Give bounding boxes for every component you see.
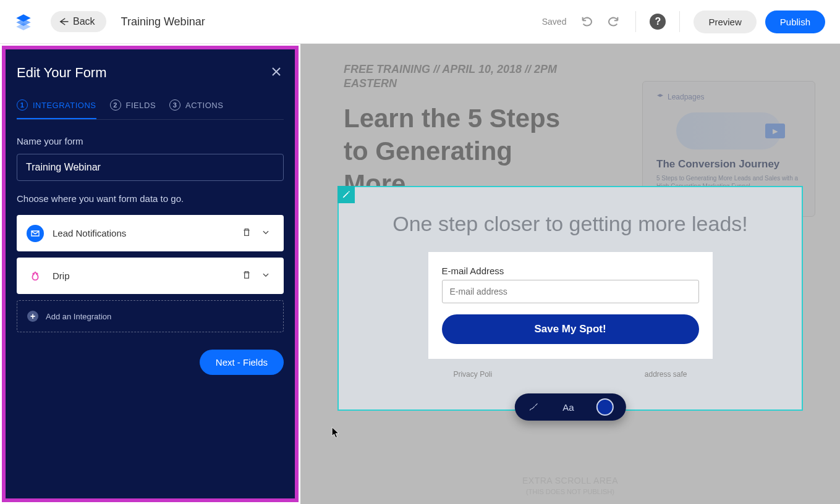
integration-card-lead-notifications[interactable]: Lead Notifications [17, 215, 284, 251]
question-icon: ? [655, 16, 661, 27]
style-brush-button[interactable] [528, 401, 539, 413]
integration-name: Lead Notifications [53, 228, 235, 238]
next-fields-button[interactable]: Next - Fields [200, 350, 284, 375]
extra-scroll-indicator: EXTRA SCROLL AREA (THIS DOES NOT PUBLISH… [300, 476, 840, 495]
tab-label: INTEGRATIONS [33, 101, 96, 110]
tab-number: 3 [169, 99, 180, 111]
choose-destination-label: Choose where you want form data to go. [17, 193, 284, 204]
form-headline: One step closer to getting more leads! [376, 212, 765, 236]
help-button[interactable]: ? [650, 14, 666, 30]
redo-button[interactable] [605, 13, 622, 30]
text-icon: Aa [562, 402, 574, 413]
add-integration-label: Add an Integration [46, 312, 111, 321]
edit-section-handle[interactable] [337, 186, 355, 203]
tab-label: ACTIONS [185, 101, 223, 110]
arrow-left-icon [58, 16, 69, 27]
mail-icon [27, 225, 44, 242]
typography-button[interactable]: Aa [562, 402, 574, 413]
delete-integration-button[interactable] [238, 266, 255, 285]
publish-button[interactable]: Publish [765, 10, 825, 33]
email-field-label: E-mail Address [442, 266, 699, 276]
redo-icon [606, 15, 620, 28]
tab-label: FIELDS [126, 101, 156, 110]
header-right: Saved ? Preview Publish [542, 10, 825, 33]
plus-icon: + [27, 311, 38, 322]
tab-fields[interactable]: 2 FIELDS [110, 99, 156, 119]
tab-actions[interactable]: 3 ACTIONS [169, 99, 223, 119]
panel-title: Edit Your Form [17, 65, 107, 81]
delete-integration-button[interactable] [238, 224, 255, 243]
name-form-label: Name your form [17, 136, 284, 146]
page-title: Training Webinar [121, 15, 205, 28]
app-header: Back Training Webinar Saved ? Preview Pu… [0, 0, 840, 44]
panel-tabs: 1 INTEGRATIONS 2 FIELDS 3 ACTIONS [17, 99, 284, 120]
workspace: Edit Your Form 1 INTEGRATIONS 2 FIELDS 3… [0, 44, 840, 504]
edit-form-panel: Edit Your Form 1 INTEGRATIONS 2 FIELDS 3… [2, 46, 299, 502]
add-integration-button[interactable]: + Add an Integration [17, 300, 284, 332]
tab-number: 2 [110, 99, 121, 111]
pencil-icon [342, 190, 350, 199]
optin-form: E-mail Address Save My Spot! [428, 252, 713, 359]
privacy-text: Privacy Poli address safe [376, 370, 765, 379]
back-button[interactable]: Back [51, 11, 106, 32]
selected-form-section[interactable]: One step closer to getting more leads! E… [337, 186, 803, 411]
element-toolbar: Aa [514, 393, 626, 421]
chevron-down-icon [261, 228, 270, 237]
tab-number: 1 [17, 99, 28, 111]
close-panel-button[interactable] [269, 63, 284, 82]
integration-name: Drip [53, 271, 235, 281]
back-button-label: Back [73, 16, 95, 27]
chevron-down-icon [261, 271, 270, 279]
tab-integrations[interactable]: 1 INTEGRATIONS [17, 99, 96, 119]
email-field[interactable] [442, 280, 699, 303]
form-name-input[interactable] [17, 154, 284, 181]
logo-icon [15, 13, 32, 30]
color-swatch-button[interactable] [598, 400, 613, 414]
integration-card-drip[interactable]: Drip [17, 258, 284, 294]
separator [635, 11, 636, 32]
brush-icon [528, 401, 539, 413]
cursor-icon [331, 427, 340, 439]
trash-icon [242, 227, 252, 237]
submit-button[interactable]: Save My Spot! [442, 314, 699, 344]
close-icon [271, 67, 281, 77]
svg-point-0 [33, 273, 34, 274]
drip-icon [27, 267, 44, 285]
saved-status: Saved [542, 17, 567, 27]
svg-point-1 [36, 273, 38, 274]
color-swatch-icon [598, 400, 613, 414]
undo-icon [580, 15, 594, 28]
preview-button[interactable]: Preview [694, 10, 756, 33]
undo-button[interactable] [579, 13, 596, 30]
separator [679, 11, 680, 32]
trash-icon [242, 270, 252, 280]
expand-integration-button[interactable] [258, 267, 274, 285]
expand-integration-button[interactable] [258, 224, 274, 242]
page-canvas: FREE TRAINING // APRIL 10, 2018 // 2PM E… [300, 44, 840, 504]
